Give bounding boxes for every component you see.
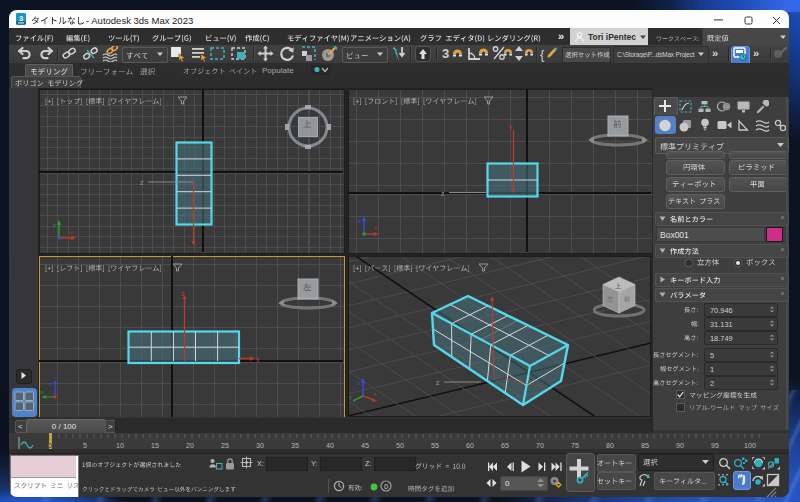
svg-text:x: x [70, 229, 73, 235]
svg-text:z: z [441, 190, 445, 197]
svg-text:x: x [40, 389, 43, 395]
svg-text:0: 0 [384, 482, 388, 491]
svg-text:x: x [374, 225, 377, 231]
svg-text:上: 上 [615, 282, 622, 289]
svg-text:x: x [256, 356, 260, 363]
svg-text:左: 左 [607, 295, 614, 302]
svg-text:y: y [349, 394, 352, 400]
svg-text:z: z [49, 381, 52, 387]
svg-text:z: z [357, 380, 360, 386]
svg-text:3: 3 [442, 46, 449, 61]
svg-text:3: 3 [19, 14, 23, 23]
svg-text:y: y [53, 222, 56, 228]
svg-text:z: z [358, 218, 361, 224]
svg-text:y: y [509, 123, 513, 131]
svg-text:x: x [373, 391, 376, 397]
svg-text:前: 前 [624, 295, 631, 302]
svg-text:{: { [540, 47, 545, 62]
svg-text:z: z [140, 179, 144, 186]
